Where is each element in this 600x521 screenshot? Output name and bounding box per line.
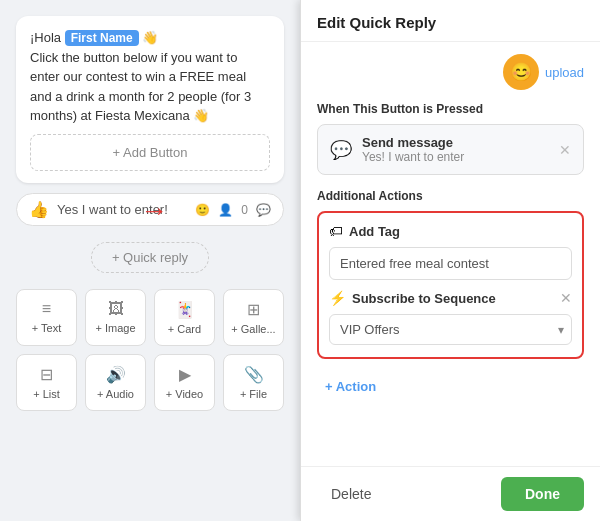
add-tag-row: 🏷 Add Tag — [329, 223, 572, 239]
add-action-button[interactable]: + Action — [317, 371, 384, 402]
person-icon: 👤 — [218, 203, 233, 217]
add-tag-label: Add Tag — [349, 224, 400, 239]
thumb-icon: 👍 — [29, 200, 49, 219]
audio-icon: 🔊 — [106, 365, 126, 384]
send-message-box[interactable]: 💬 Send message Yes! I want to enter ✕ — [317, 124, 584, 175]
subscribe-sequence-label: Subscribe to Sequence — [352, 291, 496, 306]
upload-area: 😊 upload — [317, 54, 584, 90]
delete-button[interactable]: Delete — [317, 478, 385, 510]
add-button[interactable]: + Add Button — [30, 134, 270, 172]
count-badge: 0 — [241, 203, 248, 217]
list-icon: ⊟ — [40, 365, 53, 384]
actions-highlighted-box: 🏷 Add Tag ⚡ Subscribe to Sequence ✕ VIP … — [317, 211, 584, 359]
file-label: + File — [240, 388, 267, 400]
red-arrow-indicator: → — [140, 195, 168, 227]
text-label: + Text — [32, 322, 61, 334]
message-bubble: ¡Hola First Name 👋 Click the button belo… — [16, 16, 284, 183]
bottom-toolbar: ≡ + Text 🖼 + Image 🃏 + Card ⊞ + Galle...… — [16, 289, 284, 411]
image-label: + Image — [95, 322, 135, 334]
greeting-text: ¡Hola — [30, 30, 65, 45]
subscribe-sequence-close-button[interactable]: ✕ — [560, 290, 572, 306]
toolbar-video[interactable]: ▶ + Video — [154, 354, 215, 411]
tag-icon: 🏷 — [329, 223, 343, 239]
sequence-select[interactable]: VIP Offers Welcome Series Promo Sequence — [329, 314, 572, 345]
wave-emoji: 👋 — [142, 30, 158, 45]
gallery-icon: ⊞ — [247, 300, 260, 319]
modal-footer: Delete Done — [301, 466, 600, 521]
tag-input-field[interactable] — [329, 247, 572, 280]
toolbar-text[interactable]: ≡ + Text — [16, 289, 77, 346]
additional-actions-label: Additional Actions — [317, 189, 584, 203]
sequence-select-wrapper: VIP Offers Welcome Series Promo Sequence… — [329, 314, 572, 345]
modal-title: Edit Quick Reply — [317, 14, 436, 31]
left-panel: ¡Hola First Name 👋 Click the button belo… — [0, 0, 300, 521]
quick-reply-icons: 🙂 👤 0 💬 — [195, 203, 271, 217]
toolbar-audio[interactable]: 🔊 + Audio — [85, 354, 146, 411]
send-message-subtitle: Yes! I want to enter — [362, 150, 549, 164]
upload-link[interactable]: upload — [545, 65, 584, 80]
message-body: Click the button below if you want to en… — [30, 50, 251, 124]
audio-label: + Audio — [97, 388, 134, 400]
subscribe-sequence-row: ⚡ Subscribe to Sequence ✕ — [329, 290, 572, 306]
toolbar-image[interactable]: 🖼 + Image — [85, 289, 146, 346]
when-pressed-label: When This Button is Pressed — [317, 102, 584, 116]
done-button[interactable]: Done — [501, 477, 584, 511]
send-message-title: Send message — [362, 135, 549, 150]
modal-body: 😊 upload When This Button is Pressed 💬 S… — [301, 42, 600, 466]
card-label: + Card — [168, 323, 201, 335]
list-label: + List — [33, 388, 60, 400]
emoji-icon: 🙂 — [195, 203, 210, 217]
video-icon: ▶ — [179, 365, 191, 384]
toolbar-list[interactable]: ⊟ + List — [16, 354, 77, 411]
toolbar-card[interactable]: 🃏 + Card — [154, 289, 215, 346]
text-icon: ≡ — [42, 300, 51, 318]
chat-icon: 💬 — [256, 203, 271, 217]
name-tag: First Name — [65, 30, 139, 46]
gallery-label: + Galle... — [231, 323, 275, 335]
toolbar-file[interactable]: 📎 + File — [223, 354, 284, 411]
edit-quick-reply-modal: Edit Quick Reply 😊 upload When This Butt… — [300, 0, 600, 521]
modal-header: Edit Quick Reply — [301, 0, 600, 42]
upload-emoji-icon: 😊 — [503, 54, 539, 90]
send-message-content: Send message Yes! I want to enter — [362, 135, 549, 164]
send-message-close-button[interactable]: ✕ — [559, 142, 571, 158]
add-quick-reply-button[interactable]: + Quick reply — [91, 242, 209, 273]
image-icon: 🖼 — [108, 300, 124, 318]
sequence-icon: ⚡ — [329, 290, 346, 306]
video-label: + Video — [166, 388, 203, 400]
send-message-icon: 💬 — [330, 139, 352, 161]
file-icon: 📎 — [244, 365, 264, 384]
card-icon: 🃏 — [175, 300, 195, 319]
toolbar-gallery[interactable]: ⊞ + Galle... — [223, 289, 284, 346]
